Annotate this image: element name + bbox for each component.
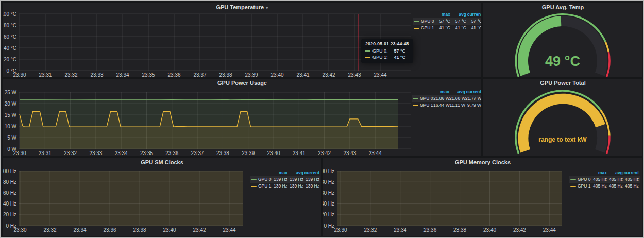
legend-header-max[interactable]: max — [591, 169, 607, 176]
x-axis-tick-label: 23:41 — [296, 72, 309, 77]
x-axis-tick-label: 23:32 — [43, 227, 56, 233]
legend-row: GPU 021.86 W21.68 W21.77 W — [412, 95, 481, 102]
tooltip-timestamp: 2020-05-01 23:44:48 — [365, 41, 409, 46]
panel-title[interactable]: GPU Memory Clocks — [455, 159, 511, 165]
legend-header-current[interactable]: current — [466, 11, 481, 18]
power-total-gauge: range to text kW — [483, 79, 642, 156]
legend-header-avg[interactable]: avg — [450, 11, 466, 18]
legend-header-avg[interactable]: avg — [449, 89, 465, 95]
legend-header-avg[interactable]: avg — [607, 169, 623, 176]
legend-header-row: maxavgcurrent — [250, 169, 320, 176]
memory-clocks-legend: maxavgcurrentGPU 0405 Hz405 Hz405 HzGPU … — [569, 169, 640, 190]
legend-series-toggle[interactable]: GPU 1 — [413, 102, 433, 109]
panel-title[interactable]: GPU Power Total — [540, 80, 585, 86]
x-axis-tick-label: 23:36 — [103, 227, 116, 233]
panel-gpu-power-usage: GPU Power Usage 0 W5 W10 W15 W20 W25 W23… — [3, 79, 481, 156]
panel-title[interactable]: GPU Power Usage — [217, 80, 267, 86]
y-axis-tick-label: 40 Hz — [323, 201, 334, 207]
gauge-value-label: 49 °C — [545, 54, 580, 69]
y-axis-tick-label: 40 °C — [4, 45, 16, 51]
grafana-dashboard: GPU Temperature▾ 0 °C20 °C40 °C60 °C80 °… — [0, 0, 644, 238]
legend-row: GPU 116.44 W11.11 W9.79 W — [412, 102, 481, 109]
chart-tooltip: 2020-05-01 23:44:48 GPU 0: 57 °C GPU 1: … — [361, 39, 413, 63]
legend-header-current[interactable]: current — [465, 89, 481, 95]
x-axis-tick-label: 23:35 — [142, 72, 155, 77]
legend-value: 21.86 W — [433, 95, 449, 102]
y-axis-tick-label: 5 W — [7, 135, 16, 141]
x-axis-tick-label: 23:34 — [73, 227, 86, 233]
x-axis-tick-label: 23:34 — [394, 227, 406, 233]
y-axis-tick-label: 0 Hz — [324, 223, 334, 229]
legend-header-row: maxavgcurrent — [569, 169, 640, 176]
legend-header-max[interactable]: max — [272, 169, 287, 176]
legend-header-row: maxavgcurrent — [412, 89, 481, 95]
y-axis-tick-label: 60 Hz — [3, 190, 16, 196]
legend-value: 139 Hz — [272, 176, 287, 183]
chevron-down-icon[interactable]: ▾ — [266, 5, 268, 10]
x-axis-tick-label: 23:43 — [348, 72, 361, 77]
legend-series-toggle[interactable]: GPU 1 — [251, 183, 272, 190]
y-axis-tick-label: 80 °C — [4, 23, 16, 28]
legend-value: 139 Hz — [303, 176, 319, 183]
x-axis-tick-label: 23:40 — [483, 227, 496, 233]
legend-value: 405 Hz — [607, 183, 623, 190]
series-color-dash — [570, 179, 576, 180]
y-axis-tick-label: 40 Hz — [3, 201, 16, 207]
x-axis-tick-label: 23:30 — [13, 72, 26, 77]
x-axis-tick-label: 23:44 — [223, 227, 235, 233]
legend-series-toggle[interactable]: GPU 0 — [414, 18, 434, 25]
legend-value: 21.77 W — [465, 95, 481, 102]
gauge-track-arc — [600, 126, 602, 151]
x-axis-tick-label: 23:36 — [167, 72, 180, 77]
x-axis-tick-label: 23:37 — [193, 72, 206, 77]
panel-gpu-memory-clocks: GPU Memory Clocks 0 Hz20 Hz40 Hz60 Hz80 … — [323, 158, 642, 236]
x-axis-tick-label: 23:37 — [191, 150, 204, 156]
legend-value: 57 °C — [466, 18, 481, 25]
tooltip-series-label: GPU 0: — [372, 48, 388, 54]
x-axis-tick-label: 23:30 — [13, 150, 26, 156]
legend-series-toggle[interactable]: GPU 0 — [570, 176, 591, 183]
panel-resize-handle[interactable] — [476, 72, 481, 76]
x-axis-tick-label: 23:38 — [216, 150, 229, 156]
series-color-dash — [413, 98, 418, 99]
series-color-dash — [365, 57, 370, 58]
x-axis-tick-label: 23:39 — [242, 150, 255, 156]
x-axis-tick-label: 23:31 — [39, 72, 52, 77]
tooltip-row: GPU 1: 41 °C — [365, 54, 409, 60]
legend-series-toggle[interactable]: GPU 1 — [570, 183, 591, 190]
y-axis-tick-label: 20 °C — [4, 57, 16, 62]
x-axis-tick-label: 23:40 — [163, 227, 176, 233]
legend-value: 16.44 W — [433, 102, 449, 109]
legend-value: 405 Hz — [591, 176, 607, 183]
panel-title-bar: GPU SM Clocks — [3, 159, 321, 165]
legend-value: 139 Hz — [287, 183, 303, 190]
x-axis-tick-label: 23:42 — [193, 227, 206, 233]
legend-header-max[interactable]: max — [433, 89, 449, 95]
x-axis-tick-label: 23:44 — [369, 150, 382, 156]
panel-title[interactable]: GPU Temperature — [216, 4, 264, 10]
x-axis-tick-label: 23:30 — [13, 227, 26, 233]
x-axis-tick-label: 23:38 — [133, 227, 146, 233]
x-axis-tick-label: 23:33 — [89, 150, 102, 156]
legend-series-toggle[interactable]: GPU 0 — [251, 176, 272, 183]
legend-header-current[interactable]: current — [623, 169, 639, 176]
y-axis-tick-label: 20 Hz — [323, 212, 334, 217]
panel-title[interactable]: GPU SM Clocks — [141, 159, 183, 165]
legend-header-max[interactable]: max — [434, 11, 450, 18]
x-axis-tick-label: 23:32 — [64, 72, 77, 77]
y-axis-tick-label: 100 Hz — [323, 168, 334, 174]
x-axis-tick-label: 23:40 — [270, 72, 283, 77]
legend-value: 9.79 W — [465, 102, 481, 109]
series-color-dash — [251, 186, 257, 187]
series-color-dash — [251, 179, 257, 180]
legend-series-toggle[interactable]: GPU 1 — [414, 25, 434, 31]
power-usage-chart[interactable]: 0 W5 W10 W15 W20 W25 W23:3023:3123:3223:… — [3, 79, 481, 156]
panel-title[interactable]: GPU Avg. Temp — [542, 4, 584, 10]
legend-header-avg[interactable]: avg — [287, 169, 303, 176]
x-axis-tick-label: 23:42 — [318, 150, 331, 156]
tooltip-series-value: 57 °C — [394, 48, 406, 54]
legend-series-toggle[interactable]: GPU 0 — [413, 95, 433, 102]
legend-value: 405 Hz — [623, 176, 639, 183]
x-axis-tick-label: 23:33 — [90, 72, 103, 77]
legend-header-current[interactable]: current — [303, 169, 319, 176]
